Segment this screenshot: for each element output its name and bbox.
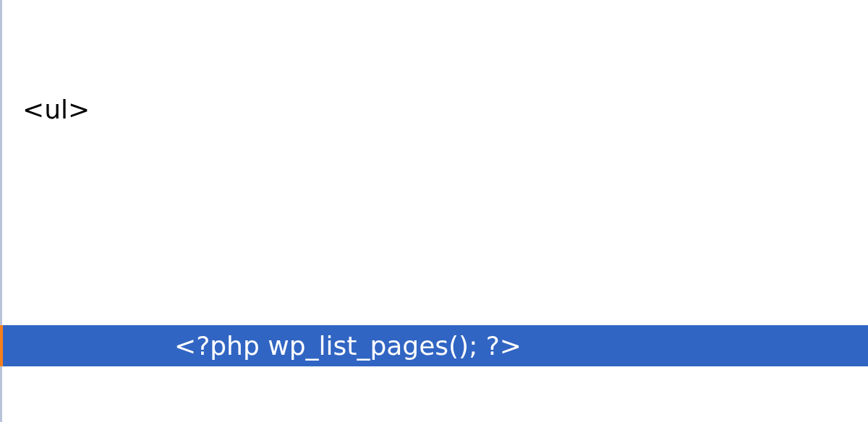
code-line-blank bbox=[2, 214, 868, 241]
code-line: <ul> bbox=[2, 89, 868, 131]
code-editor[interactable]: <ul> <?php wp_list_pages(); ?> <li><h2><… bbox=[0, 0, 868, 422]
code-text: <?php wp_list_pages(); ?> bbox=[22, 325, 522, 367]
code-line-highlighted[interactable]: <?php wp_list_pages(); ?> bbox=[0, 325, 868, 367]
